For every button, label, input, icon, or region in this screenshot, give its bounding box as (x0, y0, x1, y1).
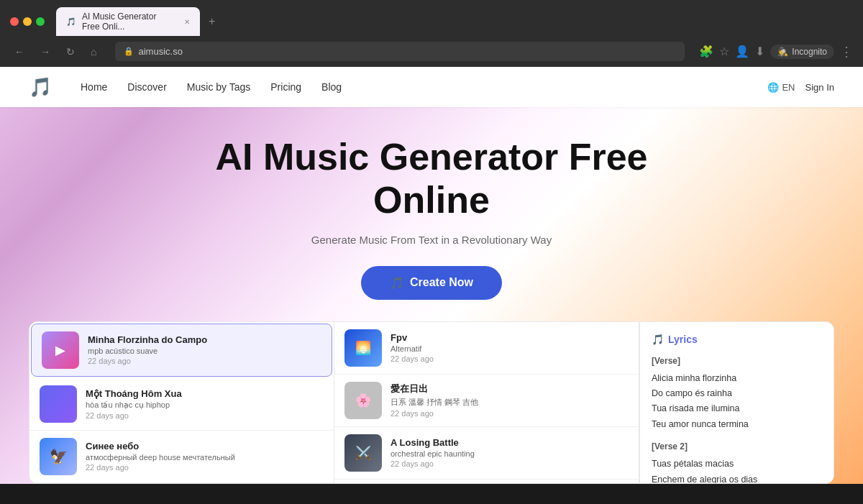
hero-title: AI Music Generator Free Online (14, 136, 849, 222)
bookmark-icon[interactable]: ☆ (719, 45, 729, 58)
nav-pricing[interactable]: Pricing (270, 81, 301, 93)
music-time: 22 days ago (86, 463, 324, 472)
sign-in-button[interactable]: Sign In (805, 82, 834, 93)
extensions-icon[interactable]: 🧩 (699, 45, 713, 58)
lyrics-line: Tua risada me ilumina (652, 401, 822, 416)
music-tags: hòa tấu nhạc cụ hiphop (86, 400, 324, 410)
refresh-button[interactable]: ↻ (62, 43, 79, 60)
music-tags: orchestral epic haunting (391, 449, 629, 458)
lyrics-line: Teu amor nunca termina (652, 417, 822, 432)
maximize-window-button[interactable] (36, 17, 45, 26)
music-thumb: 🌸 (344, 382, 382, 419)
lyrics-icon: 🎵 (652, 334, 664, 345)
create-now-button[interactable]: 🎵 Create Now (361, 266, 502, 300)
music-info: Minha Florzinha do Campo mpb acústico su… (88, 334, 321, 365)
music-col-2: 🌅 Fpv Alternatif 22 days ago 🌸 (334, 322, 639, 483)
website-container: 🎵 Home Discover Music by Tags Pricing Bl… (0, 67, 863, 484)
music-time: 22 days ago (391, 354, 629, 363)
music-thumb: 🌅 (344, 329, 382, 367)
music-info: 愛在日出 日系 溫馨 抒情 鋼琴 吉他 22 days ago (391, 382, 629, 418)
music-section: ▶ Minha Florzinha do Campo mpb acústico … (0, 321, 863, 484)
profile-icon[interactable]: 👤 (735, 45, 749, 58)
music-columns: ▶ Minha Florzinha do Campo mpb acústico … (29, 321, 834, 484)
music-title: Синее небо (86, 441, 324, 452)
music-time: 22 days ago (86, 411, 324, 420)
music-thumb: 🦅 (40, 438, 77, 475)
globe-icon: 🌐 (767, 82, 779, 93)
toolbar-actions: 🧩 ☆ 👤 ⬇ 🕵 Incognito ⋮ (699, 44, 853, 60)
music-title: Minha Florzinha do Campo (88, 334, 321, 345)
lyrics-line: Do campo és rainha (652, 386, 822, 401)
site-nav: Home Discover Music by Tags Pricing Blog (81, 81, 767, 93)
music-info: Fpv Alternatif 22 days ago (391, 332, 629, 363)
music-thumb: ▶ (42, 331, 79, 369)
header-right: 🌐 EN Sign In (767, 82, 834, 93)
menu-icon[interactable]: ⋮ (840, 44, 853, 60)
music-item[interactable]: Một Thoáng Hôm Xua hòa tấu nhạc cụ hipho… (29, 378, 334, 431)
lyrics-text: [Verse] Alicia minha florzinha Do campo … (652, 354, 822, 483)
music-item[interactable]: ⚔️ A Losing Battle orchestral epic haunt… (334, 427, 639, 480)
music-title: Một Thoáng Hôm Xua (86, 388, 324, 399)
tab-title: AI Music Generator Free Onli... (82, 12, 175, 32)
lyrics-panel: 🎵 Lyrics [Verse] Alicia minha florzinha … (639, 322, 834, 483)
lyrics-header: 🎵 Lyrics (652, 334, 822, 345)
music-info: A Losing Battle orchestral epic haunting… (391, 437, 629, 468)
music-tags: атмосферный deep house мечтательный (86, 453, 324, 462)
nav-discover[interactable]: Discover (127, 81, 166, 93)
music-tags: mpb acústico suave (88, 347, 321, 355)
minimize-window-button[interactable] (23, 17, 32, 26)
url-text: aimusic.so (138, 46, 182, 57)
nav-music-by-tags[interactable]: Music by Tags (187, 81, 250, 93)
tab-close-button[interactable]: ✕ (184, 18, 190, 26)
music-item[interactable]: ▶ Minha Florzinha do Campo mpb acústico … (31, 324, 332, 377)
music-item[interactable]: 🌸 愛在日出 日系 溫馨 抒情 鋼琴 吉他 22 days ago (334, 375, 639, 427)
incognito-icon: 🕵 (777, 47, 788, 57)
back-button[interactable]: ← (10, 43, 29, 60)
music-tags: Alternatif (391, 344, 629, 353)
music-title: Fpv (391, 332, 629, 343)
lyrics-section-title: [Verse 2] (652, 439, 822, 454)
hero-subtitle: Generate Music From Text in a Revolution… (14, 234, 849, 246)
tab-bar: 🎵 AI Music Generator Free Onli... ✕ + (56, 7, 826, 36)
music-time: 22 days ago (391, 459, 629, 468)
music-item[interactable]: 🌅 Fpv Alternatif 22 days ago (334, 322, 639, 375)
lyrics-line: Enchem de alegria os dias (652, 472, 822, 483)
lang-label: EN (782, 82, 795, 93)
incognito-badge: 🕵 Incognito (770, 45, 834, 59)
music-title: 愛在日出 (391, 382, 629, 395)
music-thumb (40, 385, 77, 423)
browser-tab-active[interactable]: 🎵 AI Music Generator Free Onli... ✕ (56, 7, 200, 36)
music-item[interactable]: 🦅 Синее небо атмосферный deep house мечт… (29, 431, 334, 483)
lyrics-line: Tuas pétalas macias (652, 457, 822, 472)
lyrics-section-title: [Verse] (652, 354, 822, 368)
site-logo[interactable]: 🎵 (29, 76, 52, 98)
address-bar[interactable]: 🔒 aimusic.so (115, 42, 685, 61)
close-window-button[interactable] (10, 17, 19, 26)
hero-section: AI Music Generator Free Online Generate … (0, 107, 863, 321)
music-tags: 日系 溫馨 抒情 鋼琴 吉他 (391, 397, 629, 408)
music-time: 22 days ago (391, 409, 629, 418)
music-title: A Losing Battle (391, 437, 629, 448)
music-thumb: ⚔️ (344, 434, 382, 472)
nav-home[interactable]: Home (81, 81, 107, 93)
language-selector[interactable]: 🌐 EN (767, 82, 795, 93)
lyrics-section-verse2: [Verse 2] Tuas pétalas macias Enchem de … (652, 439, 822, 483)
music-item[interactable]: 🎭 É amor de mais Henrique e Juliano 22 d… (334, 480, 639, 483)
music-info: Một Thoáng Hôm Xua hòa tấu nhạc cụ hipho… (86, 388, 324, 420)
site-header: 🎵 Home Discover Music by Tags Pricing Bl… (0, 67, 863, 107)
music-time: 22 days ago (88, 357, 321, 365)
music-note-icon: 🎵 (390, 276, 404, 290)
lyrics-title: Lyrics (668, 334, 698, 345)
downloads-icon[interactable]: ⬇ (755, 45, 764, 58)
home-button[interactable]: ⌂ (86, 43, 101, 60)
nav-blog[interactable]: Blog (321, 81, 342, 93)
tab-favicon: 🎵 (66, 17, 76, 27)
music-info: Синее небо атмосферный deep house мечтат… (86, 441, 324, 472)
new-tab-button[interactable]: + (203, 14, 221, 29)
traffic-lights (10, 17, 45, 26)
forward-button[interactable]: → (36, 43, 55, 60)
secure-icon: 🔒 (124, 47, 134, 56)
incognito-label: Incognito (792, 47, 827, 57)
logo-icon: 🎵 (29, 76, 52, 98)
lyrics-line: Alicia minha florzinha (652, 371, 822, 386)
